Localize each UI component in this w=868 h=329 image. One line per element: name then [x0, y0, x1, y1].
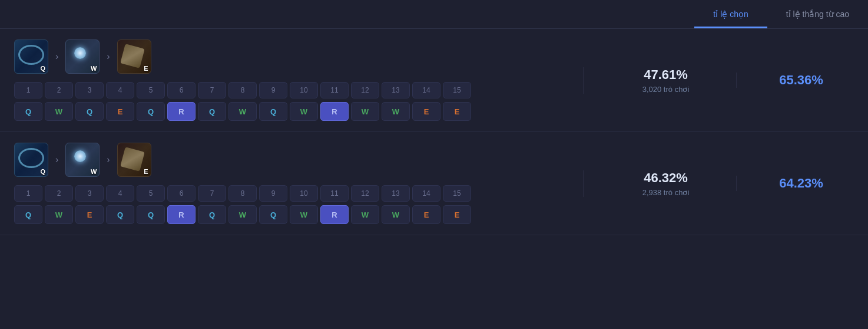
level-2-5: 5 — [137, 185, 165, 202]
pick-rate-1: 47.61% — [644, 67, 688, 83]
skill-icon-q-1: Q — [14, 40, 48, 74]
level-2-14: 14 — [412, 185, 440, 202]
level-row-2: 1 2 3 4 5 6 7 8 9 10 11 12 13 14 — [14, 185, 571, 202]
build-row-2: Q › W › E 1 2 3 — [0, 132, 868, 235]
tabs-header: tỉ lệ chọn tỉ lệ thắng từ cao — [0, 0, 868, 29]
level-2-4: 4 — [106, 185, 134, 202]
skill-cell-1-8: W — [228, 102, 257, 121]
level-2-2: 2 — [45, 185, 73, 202]
skill-icon-w-label-2: W — [91, 168, 97, 175]
content-area: Q › W › E 1 2 3 — [0, 29, 868, 235]
skill-cell-1-11: R — [320, 102, 349, 121]
skill-cell-2-10: W — [290, 205, 318, 224]
arrow-2: › — [107, 51, 110, 62]
level-2-13: 13 — [382, 185, 410, 202]
app-container: tỉ lệ chọn tỉ lệ thắng từ cao Q › W › — [0, 0, 868, 235]
level-4: 4 — [106, 82, 134, 98]
build-main-2: Q › W › E 1 2 3 — [14, 143, 571, 224]
level-2-6: 6 — [167, 185, 196, 202]
stats-col-2: 46.32% 2,938 trò chơi — [583, 170, 736, 197]
level-2-11: 11 — [320, 185, 349, 202]
level-7: 7 — [198, 82, 226, 98]
skill-icon-e-2: E — [117, 143, 151, 177]
level-8: 8 — [228, 82, 257, 98]
level-row-1: 1 2 3 4 5 6 7 8 9 10 11 12 13 14 — [14, 82, 571, 98]
skill-cell-1-2: W — [45, 102, 73, 121]
win-rate-col-2: 64.23% — [736, 176, 854, 191]
arrow-1: › — [55, 51, 58, 62]
skill-cell-2-2: W — [45, 205, 73, 224]
skill-order-top-2: Q › W › E — [14, 143, 571, 177]
games-count-1: 3,020 trò chơi — [642, 85, 690, 94]
build-main-1: Q › W › E 1 2 3 — [14, 40, 571, 121]
skill-cell-1-5: Q — [137, 102, 165, 121]
skill-cell-2-1: Q — [14, 205, 42, 224]
level-14: 14 — [412, 82, 440, 98]
skill-row-2: Q W E Q Q R Q W Q W R W W E E — [14, 205, 571, 224]
skill-icon-w-label-1: W — [91, 65, 97, 72]
skill-icon-q-2: Q — [14, 143, 48, 177]
skill-cell-2-9: Q — [259, 205, 287, 224]
skill-icon-q-label-2: Q — [40, 168, 45, 175]
skill-icon-w-1: W — [65, 40, 100, 74]
level-13: 13 — [382, 82, 410, 98]
level-2-12: 12 — [351, 185, 379, 202]
level-12: 12 — [351, 82, 379, 98]
build-row: Q › W › E 1 2 3 — [0, 29, 868, 132]
arrow-3: › — [55, 154, 58, 165]
skill-cell-1-13: W — [382, 102, 410, 121]
skill-cell-1-14: E — [412, 102, 440, 121]
skill-cell-2-15: E — [443, 205, 471, 224]
skill-icon-w-2: W — [65, 143, 100, 177]
pick-rate-2: 46.32% — [644, 170, 688, 186]
level-3: 3 — [75, 82, 104, 98]
skill-cell-2-14: E — [412, 205, 440, 224]
skill-cell-1-15: E — [443, 102, 471, 121]
games-count-2: 2,938 trò chơi — [642, 188, 690, 197]
skill-cell-1-3: Q — [75, 102, 104, 121]
win-rate-2: 64.23% — [779, 176, 823, 191]
level-2-3: 3 — [75, 185, 104, 202]
skill-icon-q-label-1: Q — [40, 65, 45, 72]
level-2-9: 9 — [259, 185, 287, 202]
skill-grid-2: 1 2 3 4 5 6 7 8 9 10 11 12 13 14 — [14, 185, 571, 224]
skill-cell-1-4: E — [106, 102, 134, 121]
skill-cell-1-1: Q — [14, 102, 42, 121]
skill-cell-1-12: W — [351, 102, 379, 121]
skill-order-top-1: Q › W › E — [14, 40, 571, 74]
skill-cell-2-12: W — [351, 205, 379, 224]
level-5: 5 — [137, 82, 165, 98]
level-1: 1 — [14, 82, 42, 98]
level-2-15: 15 — [443, 185, 471, 202]
win-rate-col-1: 65.36% — [736, 73, 854, 88]
skill-cell-2-3: E — [75, 205, 104, 224]
win-rate-1: 65.36% — [779, 73, 823, 88]
skill-cell-2-5: Q — [137, 205, 165, 224]
skill-icon-e-label-2: E — [144, 168, 148, 175]
skill-icon-e-label-1: E — [144, 65, 148, 72]
skill-cell-2-6: R — [167, 205, 196, 224]
skill-cell-2-4: Q — [106, 205, 134, 224]
level-9: 9 — [259, 82, 287, 98]
level-2-10: 10 — [290, 185, 318, 202]
skill-cell-2-8: W — [228, 205, 257, 224]
tab-win-rate[interactable]: tỉ lệ thắng từ cao — [767, 0, 868, 28]
stats-col-1: 47.61% 3,020 trò chơi — [583, 67, 736, 94]
skill-cell-2-13: W — [382, 205, 410, 224]
level-2-8: 8 — [228, 185, 257, 202]
skill-cell-1-7: Q — [198, 102, 226, 121]
level-11: 11 — [320, 82, 349, 98]
skill-cell-1-10: W — [290, 102, 318, 121]
skill-cell-2-7: Q — [198, 205, 226, 224]
level-2-7: 7 — [198, 185, 226, 202]
tab-pick-rate[interactable]: tỉ lệ chọn — [694, 0, 767, 28]
level-6: 6 — [167, 82, 196, 98]
skill-cell-1-9: Q — [259, 102, 287, 121]
skill-row-1: Q W Q E Q R Q W Q W R W W E E — [14, 102, 571, 121]
level-2: 2 — [45, 82, 73, 98]
skill-icon-e-1: E — [117, 40, 151, 74]
level-2-1: 1 — [14, 185, 42, 202]
skill-cell-1-6: R — [167, 102, 196, 121]
skill-grid-1: 1 2 3 4 5 6 7 8 9 10 11 12 13 14 — [14, 82, 571, 121]
skill-cell-2-11: R — [320, 205, 349, 224]
